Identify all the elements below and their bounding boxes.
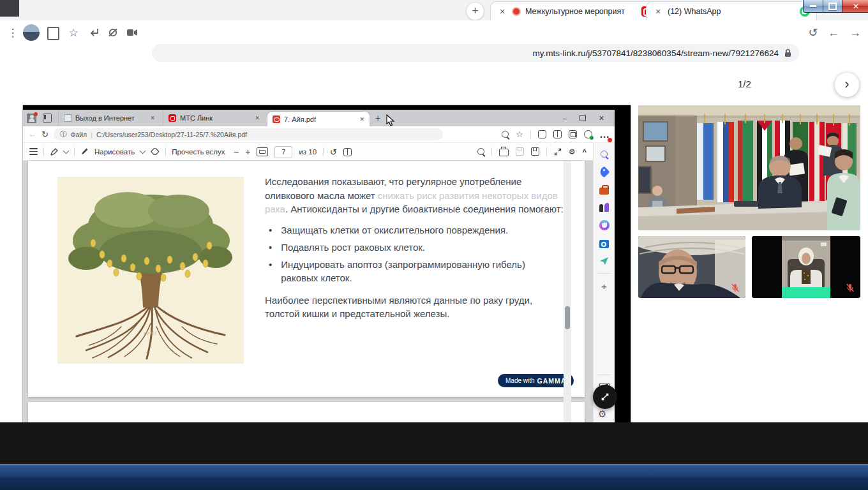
video-tile-speaker-1[interactable] [638,236,745,298]
close-icon[interactable]: ✕ [150,115,155,121]
minimize-button[interactable] [803,0,823,13]
more-menu-icon[interactable]: … [599,129,610,140]
divider [43,147,44,156]
rotate-icon[interactable]: ↺ [330,147,337,157]
video-tile-main[interactable] [638,105,860,230]
favorite-star-icon[interactable]: ☆ [516,130,523,139]
bullet-text: Подавлять рост раковых клеток. [281,241,425,255]
draw-pen-icon[interactable] [80,147,89,156]
next-slide-button[interactable]: › [835,73,859,97]
close-button[interactable]: ✕ [599,114,604,122]
screen-share-view[interactable]: Выход в Интернет ✕ МТС Линк ✕ 7. Айя.pdf… [23,105,631,422]
restore-button[interactable] [580,115,586,121]
close-icon[interactable]: ✕ [653,6,663,17]
edge-tab-internet[interactable]: Выход в Интернет ✕ [58,110,160,126]
edge-new-tab-button[interactable]: + [372,112,384,124]
maximize-button[interactable] [823,0,842,13]
chevron-down-icon[interactable] [140,147,146,154]
expand-fullscreen-button[interactable] [593,385,617,409]
bullet-text: Защищать клетки от окислительного повреж… [281,223,508,237]
new-tab-button[interactable]: + [466,2,484,20]
close-button[interactable]: ✕ [842,0,868,13]
outlook-icon[interactable] [599,237,610,249]
file-path: C:/Users/user253/Desktop/27-11-25/7.%20А… [96,131,247,138]
edge-address-bar[interactable]: ⓘ Файл | C:/Users/user253/Desktop/27-11-… [54,128,443,140]
zoom-icon[interactable] [502,131,509,138]
page-favicon [64,114,71,122]
fit-page-icon[interactable] [257,147,268,156]
page-view-icon[interactable] [343,148,352,156]
collections-icon[interactable] [569,130,577,138]
edge-tab-mts-link[interactable]: МТС Линк ✕ [163,110,265,126]
fullscreen-icon[interactable] [554,148,562,156]
drop-icon[interactable] [599,255,610,267]
search-icon[interactable] [477,148,484,155]
sidebar-shopping-icon[interactable] [599,166,610,177]
tab-actions-icon[interactable] [43,114,52,122]
share-settings-gear-icon[interactable]: ⚙ [598,408,606,420]
zoom-out-icon[interactable]: − [234,147,239,157]
list-item: Защищать клетки от окислительного повреж… [265,223,564,237]
edge-profile-icon[interactable] [27,114,36,123]
edge-tab-title: 7. Айя.pdf [284,115,355,123]
browser-toolbar: ⋮ ☆ my.mts-link.ru/j/53707841/8238060354… [0,20,868,45]
notification-dot [34,112,38,116]
scrollbar-thumb[interactable] [565,306,570,329]
menu-kebab-icon[interactable]: ⋮ [5,25,20,40]
forward-icon[interactable]: → [848,25,863,40]
pdf-scrollbar[interactable] [564,161,571,425]
maximize-icon [828,3,837,10]
extensions-icon[interactable] [538,130,546,138]
address-bar[interactable]: my.mts-link.ru/j/53707841/8238060354/str… [152,44,799,62]
chevron-down-icon[interactable] [63,147,70,154]
browser-essentials-icon[interactable] [584,130,592,138]
edge-toolbar-icons: ☆ … [502,129,610,140]
sidebar-search-icon[interactable] [599,148,610,160]
eye-off-icon[interactable] [107,28,119,37]
close-icon[interactable]: ✕ [255,115,260,121]
page-number-input[interactable]: 7 [274,146,292,158]
sidebar-tools-icon[interactable] [599,184,610,195]
screen-record-icon[interactable] [126,29,138,36]
close-icon[interactable]: ✕ [497,6,507,17]
save-as-icon[interactable] [531,147,539,156]
toc-icon[interactable] [29,148,38,155]
pdf-toolbar: Нарисовать Прочесть вслух − + 7 из 10 [23,143,593,161]
gear-icon[interactable]: ⚙ [569,147,576,156]
muted-mic-icon [845,283,855,293]
copilot-icon[interactable] [599,219,610,231]
highlighter-icon[interactable] [50,147,58,156]
draw-label[interactable]: Нарисовать [94,148,135,156]
back-icon[interactable]: ← [826,25,841,40]
split-screen-icon[interactable] [553,130,562,138]
sidebar-add-icon[interactable]: + [599,280,610,292]
save-icon[interactable] [516,147,524,156]
read-aloud-label[interactable]: Прочесть вслух [172,148,225,156]
close-icon[interactable]: ✕ [359,116,364,122]
minimize-icon [810,5,816,7]
print-icon[interactable] [499,149,509,156]
eraser-icon[interactable] [151,148,160,156]
send-to-device-icon[interactable] [88,27,100,38]
side-panel-icon[interactable] [47,27,59,40]
zoom-in-icon[interactable]: + [245,147,250,157]
pdf-viewport[interactable]: IVNI Исследования показывают, что регуля… [23,161,593,422]
pdf-page: IVNI Исследования показывают, что регуля… [28,161,585,397]
made-with-gamma-badge[interactable]: Made with GAMMA [498,374,574,387]
lock-icon[interactable] [784,48,791,57]
browser-tab-whatsapp[interactable]: ✕ (12) WhatsApp [646,1,817,21]
back-icon[interactable]: ← [28,130,36,139]
browser-tab-meeting[interactable]: ✕ Межкультурное мероприят [490,1,659,21]
minimize-button[interactable]: – [563,114,567,122]
sidebar-games-icon[interactable] [599,202,610,213]
info-icon[interactable]: ⓘ [60,130,67,139]
bookmark-star-icon[interactable]: ☆ [66,25,81,40]
edge-tab-pdf[interactable]: 7. Айя.pdf ✕ [267,112,370,126]
reload-icon[interactable]: ↺ [805,25,821,40]
pdf-page-next [28,402,585,425]
collapse-toolbar-icon[interactable]: ^ [583,148,587,156]
video-tile-speaker-2[interactable] [752,236,860,298]
profile-avatar[interactable] [23,24,40,41]
browser-tab-strip: + ✕ Межкультурное мероприят ✕ (12) Whats… [0,0,868,20]
reload-icon[interactable]: ↻ [41,130,49,139]
